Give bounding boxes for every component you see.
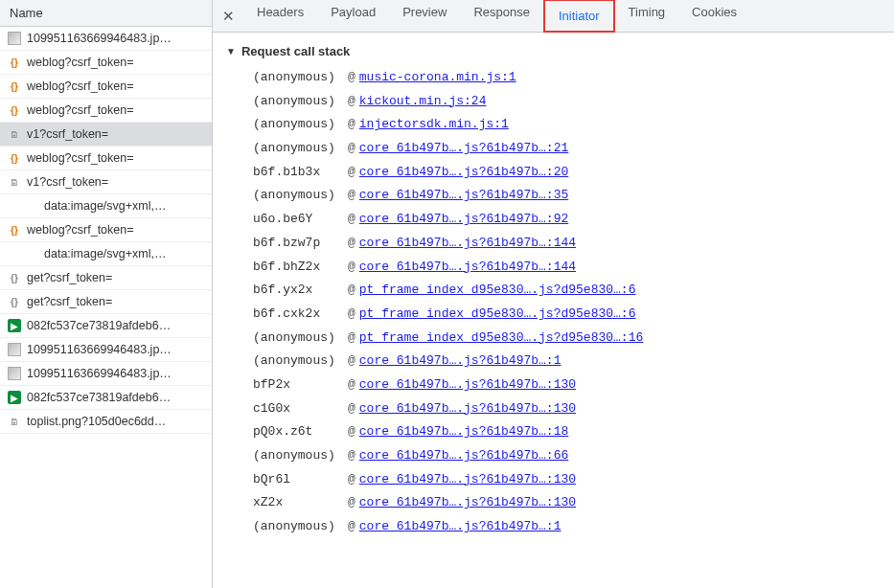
at-symbol: @ (344, 236, 359, 250)
json-icon: {} (8, 56, 21, 69)
stack-source-link[interactable]: core_61b497b….js?61b497b…:144 (359, 260, 576, 274)
request-row[interactable]: 🗎v1?csrf_token= (0, 170, 212, 194)
request-row[interactable]: 109951163669946483.jp… (0, 338, 212, 362)
stack-source-link[interactable]: core_61b497b….js?61b497b…:18 (359, 424, 568, 439)
request-row[interactable]: {}weblog?csrf_token= (0, 75, 212, 99)
tab-payload[interactable]: Payload (317, 0, 389, 34)
request-row[interactable]: 109951163669946483.jp… (0, 362, 212, 386)
request-row-label: 082fc537ce73819afdeb6… (27, 319, 204, 332)
media-icon: ▶ (8, 391, 21, 404)
json-icon: {} (8, 271, 21, 284)
request-row-label: weblog?csrf_token= (27, 56, 204, 69)
request-row[interactable]: {}get?csrf_token= (0, 266, 212, 290)
request-row[interactable]: {}get?csrf_token= (0, 290, 212, 314)
tab-initiator[interactable]: Initiator (543, 0, 615, 33)
stack-frame: (anonymous)@pt_frame_index_d95e830….js?d… (253, 327, 881, 351)
stack-source-link[interactable]: core_61b497b….js?61b497b…:66 (359, 448, 568, 463)
at-symbol: @ (344, 424, 359, 439)
stack-frame: (anonymous)@music-corona.min.js:1 (253, 66, 881, 90)
request-row[interactable]: {}weblog?csrf_token= (0, 51, 212, 75)
stack-frame: b6f.bzw7p@core_61b497b….js?61b497b…:144 (253, 232, 881, 256)
stack-function-name: (anonymous) (253, 66, 344, 90)
request-row[interactable]: ▶082fc537ce73819afdeb6… (0, 314, 212, 338)
request-row[interactable]: ▶082fc537ce73819afdeb6… (0, 386, 212, 410)
section-header[interactable]: ▼ Request call stack (226, 44, 881, 58)
stack-source-link[interactable]: core_61b497b….js?61b497b…:35 (359, 188, 568, 202)
tab-cookies[interactable]: Cookies (678, 0, 750, 34)
tab-response[interactable]: Response (460, 0, 543, 34)
stack-frame: bfP2x@core_61b497b….js?61b497b…:130 (253, 373, 881, 397)
at-symbol: @ (344, 212, 359, 226)
close-icon[interactable]: ✕ (213, 8, 243, 25)
stack-frame: (anonymous)@core_61b497b….js?61b497b…:35 (253, 184, 881, 208)
request-row-label: get?csrf_token= (27, 295, 204, 308)
stack-frame: (anonymous)@core_61b497b….js?61b497b…:1 (253, 515, 881, 539)
stack-source-link[interactable]: pt_frame_index_d95e830….js?d95e830…:16 (359, 330, 643, 345)
tab-timing[interactable]: Timing (615, 0, 679, 34)
request-row[interactable]: 🗎toplist.png?105d0ec6dd… (0, 410, 212, 434)
request-row[interactable]: data:image/svg+xml,… (0, 194, 212, 218)
blank-icon (25, 199, 38, 213)
stack-function-name: (anonymous) (253, 444, 344, 468)
stack-function-name: (anonymous) (253, 350, 344, 373)
stack-function-name: (anonymous) (253, 327, 344, 351)
request-row[interactable]: 🗎v1?csrf_token= (0, 123, 212, 147)
stack-source-link[interactable]: core_61b497b….js?61b497b…:130 (359, 401, 576, 416)
stack-function-name: b6f.b1b3x (253, 161, 344, 185)
stack-frame: pQ0x.z6t@core_61b497b….js?61b497b…:18 (253, 420, 881, 444)
stack-source-link[interactable]: pt_frame_index_d95e830….js?d95e830…:6 (359, 306, 636, 321)
at-symbol: @ (344, 353, 359, 368)
stack-source-link[interactable]: pt_frame_index_d95e830….js?d95e830…:6 (359, 283, 636, 297)
section-title-text: Request call stack (241, 44, 350, 58)
request-row-label: v1?csrf_token= (27, 175, 204, 189)
image-icon (8, 32, 21, 45)
stack-source-link[interactable]: core_61b497b….js?61b497b…:92 (359, 212, 568, 226)
at-symbol: @ (344, 472, 359, 486)
stack-source-link[interactable]: kickout.min.js:24 (359, 94, 487, 108)
at-symbol: @ (344, 495, 359, 509)
tab-headers[interactable]: Headers (243, 0, 317, 34)
stack-function-name: b6f.bhZ2x (253, 256, 344, 280)
request-row[interactable]: {}weblog?csrf_token= (0, 218, 212, 242)
request-row[interactable]: {}weblog?csrf_token= (0, 99, 212, 123)
stack-frame: (anonymous)@core_61b497b….js?61b497b…:66 (253, 444, 881, 468)
stack-frame: u6o.be6Y@core_61b497b….js?61b497b…:92 (253, 208, 881, 232)
request-row-label: v1?csrf_token= (27, 127, 204, 141)
media-icon: ▶ (8, 319, 21, 332)
stack-source-link[interactable]: core_61b497b….js?61b497b…:144 (359, 236, 576, 250)
stack-function-name: b6f.bzw7p (253, 232, 344, 256)
json-icon: {} (8, 223, 21, 237)
request-row-label: 109951163669946483.jp… (27, 343, 204, 356)
stack-source-link[interactable]: core_61b497b….js?61b497b…:20 (359, 165, 568, 179)
stack-frame: b6f.yx2x@pt_frame_index_d95e830….js?d95e… (253, 279, 881, 303)
blank-icon (25, 247, 38, 260)
stack-source-link[interactable]: core_61b497b….js?61b497b…:1 (359, 519, 562, 533)
request-row-label: data:image/svg+xml,… (44, 199, 204, 213)
request-row[interactable]: {}weblog?csrf_token= (0, 147, 212, 170)
stack-source-link[interactable]: core_61b497b….js?61b497b…:130 (359, 472, 576, 486)
at-symbol: @ (344, 141, 359, 155)
request-row-label: get?csrf_token= (27, 271, 204, 284)
at-symbol: @ (344, 117, 359, 131)
stack-source-link[interactable]: core_61b497b….js?61b497b…:21 (359, 141, 568, 155)
at-symbol: @ (344, 165, 359, 179)
stack-frame: (anonymous)@kickout.min.js:24 (253, 90, 881, 114)
main-panel: ✕ HeadersPayloadPreviewResponseInitiator… (213, 0, 894, 588)
request-row[interactable]: 109951163669946483.jp… (0, 27, 212, 51)
request-row[interactable]: data:image/svg+xml,… (0, 242, 212, 266)
initiator-panel: ▼ Request call stack (anonymous)@music-c… (213, 33, 894, 588)
stack-source-link[interactable]: music-corona.min.js:1 (359, 70, 516, 84)
stack-function-name: xZ2x (253, 491, 344, 515)
document-icon: 🗎 (8, 175, 21, 189)
request-row-label: weblog?csrf_token= (27, 79, 204, 93)
request-row-label: data:image/svg+xml,… (44, 247, 204, 260)
stack-source-link[interactable]: core_61b497b….js?61b497b…:130 (359, 495, 576, 509)
stack-frame: b6f.cxk2x@pt_frame_index_d95e830….js?d95… (253, 303, 881, 327)
stack-source-link[interactable]: core_61b497b….js?61b497b…:1 (359, 353, 562, 368)
image-icon (8, 343, 21, 356)
at-symbol: @ (344, 401, 359, 416)
tab-preview[interactable]: Preview (389, 0, 460, 34)
stack-function-name: bfP2x (253, 373, 344, 397)
stack-source-link[interactable]: core_61b497b….js?61b497b…:130 (359, 377, 576, 392)
stack-source-link[interactable]: injectorsdk.min.js:1 (359, 117, 509, 131)
